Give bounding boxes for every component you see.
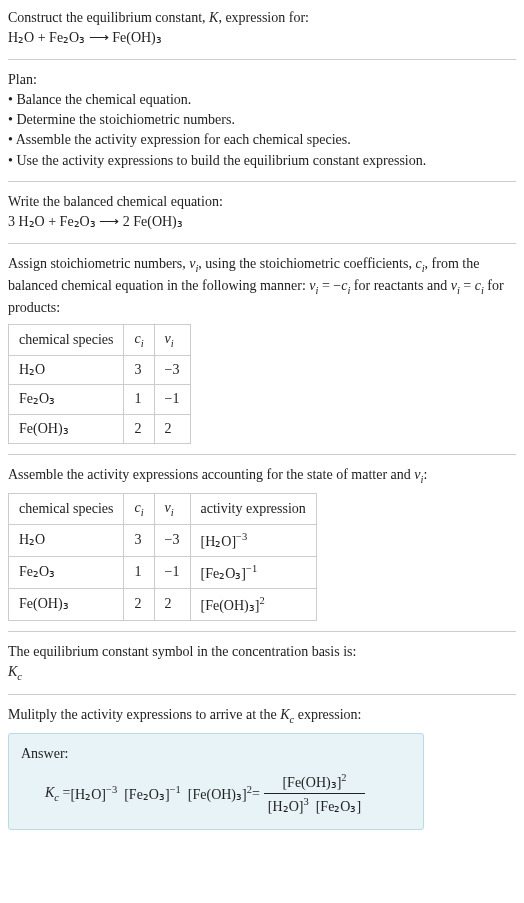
equals: = [252,784,260,804]
species: Fe₂O₃ [205,566,241,581]
i-sub: i [141,338,144,349]
exp: 2 [259,595,264,606]
divider [8,694,516,695]
cell-c: 2 [124,414,154,443]
plan-bullet: • Balance the chemical equation. [8,90,516,110]
col-c: ci [124,493,154,524]
cell-activity: [Fe(OH)₃]2 [190,588,316,620]
i-sub: i [141,507,144,518]
table-row: Fe₂O₃ 1 −1 [9,385,191,414]
species: H₂O [75,787,101,802]
cell-c: 3 [124,356,154,385]
divider [8,243,516,244]
cell-c: 2 [124,588,154,620]
table-row: Fe(OH)₃ 2 2 [Fe(OH)₃]2 [9,588,317,620]
cell-c: 3 [124,524,154,556]
assemble-text: Assemble the activity expressions accoun… [8,465,516,487]
divider [8,454,516,455]
text: expression: [294,707,361,722]
cell-nu: −3 [154,524,190,556]
answer-box: Answer: Kc = [H₂O]−3 [Fe₂O₃]−1 [Fe(OH)₃]… [8,733,424,830]
balanced-equation: 3 H₂O + Fe₂O₃ ⟶ 2 Fe(OH)₃ [8,212,516,232]
plan-bullet: • Assemble the activity expression for e… [8,130,516,150]
table-row: Fe(OH)₃ 2 2 [9,414,191,443]
c-sub: c [17,671,22,682]
stoich-table: chemical species ci νi H₂O 3 −3 Fe₂O₃ 1 … [8,324,191,444]
cell-species: H₂O [9,524,124,556]
col-activity: activity expression [190,493,316,524]
text: Mulitply the activity expressions to arr… [8,707,280,722]
table-row: H₂O 3 −3 [H₂O]−3 [9,524,317,556]
exp: 2 [341,772,346,783]
multiply-text: Mulitply the activity expressions to arr… [8,705,516,727]
k: K [8,664,17,679]
assign-stoich-text: Assign stoichiometric numbers, νi, using… [8,254,516,318]
text: = [460,278,475,293]
text: Assemble the activity expressions accoun… [8,467,414,482]
divider [8,59,516,60]
unbalanced-equation: H₂O + Fe₂O₃ ⟶ Fe(OH)₃ [8,28,516,48]
kc-expression: Kc = [H₂O]−3 [Fe₂O₃]−1 [Fe(OH)₃]2 = [Fe(… [45,770,411,817]
col-nu: νi [154,325,190,356]
cell-nu: 2 [154,414,190,443]
plan-bullet: • Determine the stoichiometric numbers. [8,110,516,130]
prompt-construct: Construct the equilibrium constant, K, e… [8,8,516,28]
cell-species: Fe(OH)₃ [9,414,124,443]
i-sub: i [171,507,174,518]
k: K [280,707,289,722]
text: for reactants and [350,278,450,293]
eq-constant-symbol-text: The equilibrium constant symbol in the c… [8,642,516,662]
cell-species: H₂O [9,356,124,385]
exp: −3 [236,531,247,542]
numerator: [Fe(OH)₃]2 [264,770,365,794]
answer-label: Answer: [21,744,411,764]
text: = − [318,278,341,293]
col-species: chemical species [9,493,124,524]
exp: 3 [303,796,308,807]
plan-bullet: • Use the activity expressions to build … [8,151,516,171]
col-nu: νi [154,493,190,524]
cell-nu: −1 [154,556,190,588]
exp: −1 [170,784,181,795]
species: Fe₂O₃ [320,799,356,814]
species: Fe(OH)₃ [205,598,255,613]
text: , using the stoichiometric coefficients, [198,256,415,271]
cell-nu: 2 [154,588,190,620]
cell-nu: −3 [154,356,190,385]
cell-c: 1 [124,556,154,588]
text: Construct the equilibrium constant, [8,10,209,25]
cell-species: Fe₂O₃ [9,556,124,588]
species: H₂O [273,799,299,814]
divider [8,181,516,182]
cell-species: Fe₂O₃ [9,385,124,414]
exp: −1 [246,563,257,574]
table-header-row: chemical species ci νi activity expressi… [9,493,317,524]
species: Fe₂O₃ [129,787,165,802]
table-row: H₂O 3 −3 [9,356,191,385]
species: H₂O [205,534,231,549]
cell-activity: [H₂O]−3 [190,524,316,556]
divider [8,631,516,632]
exp: −3 [106,784,117,795]
table-header-row: chemical species ci νi [9,325,191,356]
rb: ] [356,799,361,814]
equals: = [59,785,70,800]
species: Fe(OH)₃ [192,787,242,802]
k-symbol: K [209,10,218,25]
cell-activity: [Fe₂O₃]−1 [190,556,316,588]
activity-table: chemical species ci νi activity expressi… [8,493,317,621]
denominator: [H₂O]3 [Fe₂O₃] [264,794,365,817]
balanced-intro: Write the balanced chemical equation: [8,192,516,212]
i-sub: i [171,338,174,349]
kc-lhs: Kc = [45,783,70,805]
cell-species: Fe(OH)₃ [9,588,124,620]
text: : [423,467,427,482]
cell-c: 1 [124,385,154,414]
kc-symbol: Kc [8,662,516,684]
fraction-form: [Fe(OH)₃]2 [H₂O]3 [Fe₂O₃] [264,770,365,817]
k: K [45,785,54,800]
col-species: chemical species [9,325,124,356]
table-row: Fe₂O₃ 1 −1 [Fe₂O₃]−1 [9,556,317,588]
cell-nu: −1 [154,385,190,414]
species: Fe(OH)₃ [287,775,337,790]
